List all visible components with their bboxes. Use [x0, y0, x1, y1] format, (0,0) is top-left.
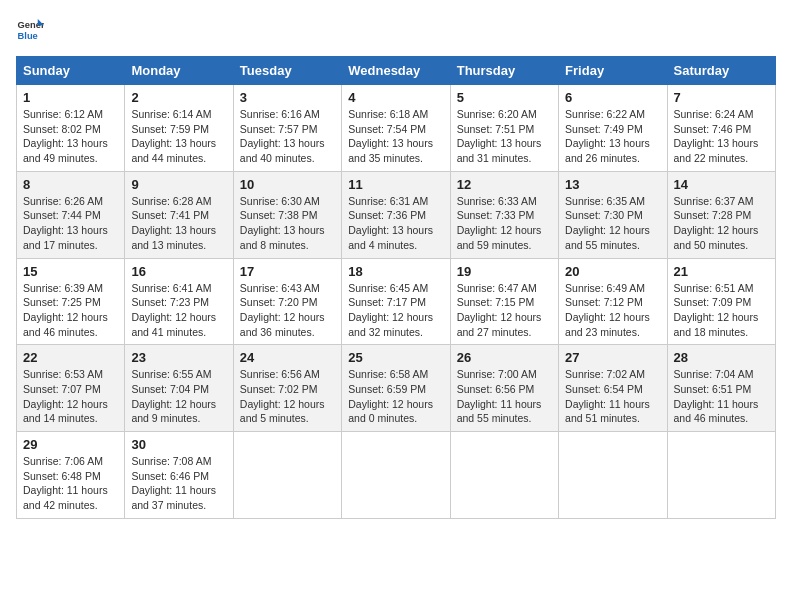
day-number: 12	[457, 177, 552, 192]
day-number: 22	[23, 350, 118, 365]
calendar-cell: 27 Sunrise: 7:02 AMSunset: 6:54 PMDaylig…	[559, 345, 667, 432]
day-info: Sunrise: 6:14 AMSunset: 7:59 PMDaylight:…	[131, 107, 226, 166]
day-number: 7	[674, 90, 769, 105]
day-number: 27	[565, 350, 660, 365]
day-info: Sunrise: 6:49 AMSunset: 7:12 PMDaylight:…	[565, 281, 660, 340]
day-number: 20	[565, 264, 660, 279]
calendar-cell: 19 Sunrise: 6:47 AMSunset: 7:15 PMDaylig…	[450, 258, 558, 345]
calendar-week-row: 1 Sunrise: 6:12 AMSunset: 8:02 PMDayligh…	[17, 85, 776, 172]
day-number: 17	[240, 264, 335, 279]
calendar-cell: 20 Sunrise: 6:49 AMSunset: 7:12 PMDaylig…	[559, 258, 667, 345]
day-number: 18	[348, 264, 443, 279]
calendar-cell: 25 Sunrise: 6:58 AMSunset: 6:59 PMDaylig…	[342, 345, 450, 432]
day-info: Sunrise: 6:43 AMSunset: 7:20 PMDaylight:…	[240, 281, 335, 340]
day-info: Sunrise: 7:00 AMSunset: 6:56 PMDaylight:…	[457, 367, 552, 426]
calendar-cell: 11 Sunrise: 6:31 AMSunset: 7:36 PMDaylig…	[342, 171, 450, 258]
day-number: 10	[240, 177, 335, 192]
day-number: 13	[565, 177, 660, 192]
logo: General Blue	[16, 16, 48, 44]
calendar-week-row: 8 Sunrise: 6:26 AMSunset: 7:44 PMDayligh…	[17, 171, 776, 258]
calendar-cell	[342, 432, 450, 519]
day-number: 9	[131, 177, 226, 192]
calendar-cell: 29 Sunrise: 7:06 AMSunset: 6:48 PMDaylig…	[17, 432, 125, 519]
day-info: Sunrise: 6:16 AMSunset: 7:57 PMDaylight:…	[240, 107, 335, 166]
day-info: Sunrise: 6:26 AMSunset: 7:44 PMDaylight:…	[23, 194, 118, 253]
calendar-cell: 10 Sunrise: 6:30 AMSunset: 7:38 PMDaylig…	[233, 171, 341, 258]
day-number: 11	[348, 177, 443, 192]
weekday-header: Monday	[125, 57, 233, 85]
day-info: Sunrise: 6:24 AMSunset: 7:46 PMDaylight:…	[674, 107, 769, 166]
day-number: 23	[131, 350, 226, 365]
weekday-header: Saturday	[667, 57, 775, 85]
calendar-week-row: 29 Sunrise: 7:06 AMSunset: 6:48 PMDaylig…	[17, 432, 776, 519]
calendar-cell: 17 Sunrise: 6:43 AMSunset: 7:20 PMDaylig…	[233, 258, 341, 345]
calendar-cell: 8 Sunrise: 6:26 AMSunset: 7:44 PMDayligh…	[17, 171, 125, 258]
day-number: 5	[457, 90, 552, 105]
day-number: 14	[674, 177, 769, 192]
weekday-header: Thursday	[450, 57, 558, 85]
calendar-cell: 3 Sunrise: 6:16 AMSunset: 7:57 PMDayligh…	[233, 85, 341, 172]
calendar-cell	[233, 432, 341, 519]
day-info: Sunrise: 6:41 AMSunset: 7:23 PMDaylight:…	[131, 281, 226, 340]
calendar-cell: 14 Sunrise: 6:37 AMSunset: 7:28 PMDaylig…	[667, 171, 775, 258]
calendar-cell	[559, 432, 667, 519]
day-number: 2	[131, 90, 226, 105]
day-info: Sunrise: 7:04 AMSunset: 6:51 PMDaylight:…	[674, 367, 769, 426]
calendar-cell: 13 Sunrise: 6:35 AMSunset: 7:30 PMDaylig…	[559, 171, 667, 258]
day-info: Sunrise: 6:20 AMSunset: 7:51 PMDaylight:…	[457, 107, 552, 166]
day-number: 24	[240, 350, 335, 365]
calendar-cell: 9 Sunrise: 6:28 AMSunset: 7:41 PMDayligh…	[125, 171, 233, 258]
day-number: 1	[23, 90, 118, 105]
day-number: 4	[348, 90, 443, 105]
calendar-week-row: 15 Sunrise: 6:39 AMSunset: 7:25 PMDaylig…	[17, 258, 776, 345]
day-number: 28	[674, 350, 769, 365]
day-number: 16	[131, 264, 226, 279]
calendar-cell: 12 Sunrise: 6:33 AMSunset: 7:33 PMDaylig…	[450, 171, 558, 258]
calendar-cell	[450, 432, 558, 519]
day-number: 21	[674, 264, 769, 279]
calendar-cell: 23 Sunrise: 6:55 AMSunset: 7:04 PMDaylig…	[125, 345, 233, 432]
calendar-table: SundayMondayTuesdayWednesdayThursdayFrid…	[16, 56, 776, 519]
day-info: Sunrise: 6:55 AMSunset: 7:04 PMDaylight:…	[131, 367, 226, 426]
day-info: Sunrise: 6:58 AMSunset: 6:59 PMDaylight:…	[348, 367, 443, 426]
calendar-cell: 18 Sunrise: 6:45 AMSunset: 7:17 PMDaylig…	[342, 258, 450, 345]
calendar-cell: 28 Sunrise: 7:04 AMSunset: 6:51 PMDaylig…	[667, 345, 775, 432]
calendar-cell: 15 Sunrise: 6:39 AMSunset: 7:25 PMDaylig…	[17, 258, 125, 345]
calendar-header-row: SundayMondayTuesdayWednesdayThursdayFrid…	[17, 57, 776, 85]
weekday-header: Friday	[559, 57, 667, 85]
day-info: Sunrise: 6:22 AMSunset: 7:49 PMDaylight:…	[565, 107, 660, 166]
day-info: Sunrise: 6:12 AMSunset: 8:02 PMDaylight:…	[23, 107, 118, 166]
day-info: Sunrise: 6:53 AMSunset: 7:07 PMDaylight:…	[23, 367, 118, 426]
day-number: 8	[23, 177, 118, 192]
day-info: Sunrise: 7:08 AMSunset: 6:46 PMDaylight:…	[131, 454, 226, 513]
day-number: 25	[348, 350, 443, 365]
day-info: Sunrise: 6:28 AMSunset: 7:41 PMDaylight:…	[131, 194, 226, 253]
day-info: Sunrise: 6:35 AMSunset: 7:30 PMDaylight:…	[565, 194, 660, 253]
day-info: Sunrise: 6:45 AMSunset: 7:17 PMDaylight:…	[348, 281, 443, 340]
calendar-cell: 26 Sunrise: 7:00 AMSunset: 6:56 PMDaylig…	[450, 345, 558, 432]
calendar-cell: 1 Sunrise: 6:12 AMSunset: 8:02 PMDayligh…	[17, 85, 125, 172]
day-info: Sunrise: 7:06 AMSunset: 6:48 PMDaylight:…	[23, 454, 118, 513]
day-number: 3	[240, 90, 335, 105]
day-number: 19	[457, 264, 552, 279]
calendar-cell: 24 Sunrise: 6:56 AMSunset: 7:02 PMDaylig…	[233, 345, 341, 432]
day-info: Sunrise: 6:37 AMSunset: 7:28 PMDaylight:…	[674, 194, 769, 253]
calendar-cell: 2 Sunrise: 6:14 AMSunset: 7:59 PMDayligh…	[125, 85, 233, 172]
calendar-cell: 7 Sunrise: 6:24 AMSunset: 7:46 PMDayligh…	[667, 85, 775, 172]
calendar-cell: 16 Sunrise: 6:41 AMSunset: 7:23 PMDaylig…	[125, 258, 233, 345]
calendar-week-row: 22 Sunrise: 6:53 AMSunset: 7:07 PMDaylig…	[17, 345, 776, 432]
day-number: 30	[131, 437, 226, 452]
day-info: Sunrise: 6:51 AMSunset: 7:09 PMDaylight:…	[674, 281, 769, 340]
weekday-header: Wednesday	[342, 57, 450, 85]
calendar-cell: 6 Sunrise: 6:22 AMSunset: 7:49 PMDayligh…	[559, 85, 667, 172]
day-info: Sunrise: 6:39 AMSunset: 7:25 PMDaylight:…	[23, 281, 118, 340]
day-info: Sunrise: 6:31 AMSunset: 7:36 PMDaylight:…	[348, 194, 443, 253]
svg-text:Blue: Blue	[18, 31, 38, 41]
calendar-cell: 4 Sunrise: 6:18 AMSunset: 7:54 PMDayligh…	[342, 85, 450, 172]
weekday-header: Sunday	[17, 57, 125, 85]
day-number: 26	[457, 350, 552, 365]
calendar-cell: 22 Sunrise: 6:53 AMSunset: 7:07 PMDaylig…	[17, 345, 125, 432]
calendar-cell: 21 Sunrise: 6:51 AMSunset: 7:09 PMDaylig…	[667, 258, 775, 345]
logo-icon: General Blue	[16, 16, 44, 44]
day-number: 29	[23, 437, 118, 452]
